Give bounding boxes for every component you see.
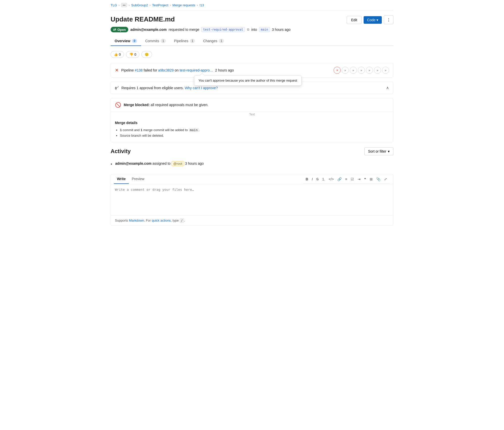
quick-actions-link[interactable]: quick actions bbox=[152, 219, 171, 222]
thumbs-up-icon: 👍 bbox=[114, 53, 118, 56]
thumbs-up-button[interactable]: 👍 0 bbox=[111, 51, 124, 58]
why-cant-i-approve-link[interactable]: Why can't I approve? bbox=[185, 86, 218, 90]
merge-blocked-text: Merge blocked: all required approvals mu… bbox=[124, 103, 208, 107]
code-label: Code bbox=[367, 18, 375, 22]
pipeline-commit-link[interactable]: a9bc3829 bbox=[158, 68, 174, 72]
code-icon[interactable]: </> bbox=[329, 177, 334, 181]
breadcrumb-dots[interactable]: ••• bbox=[121, 3, 127, 7]
breadcrumb: TLG › ••• › SubGroup2 › TestProject › Me… bbox=[111, 0, 393, 10]
bold-icon[interactable]: B bbox=[306, 177, 308, 181]
tab-pipelines-badge: 1 bbox=[190, 39, 195, 43]
activity-header: Activity Sort or filter ▾ bbox=[111, 147, 393, 155]
time-ago: 3 hours ago bbox=[272, 28, 291, 32]
comment-box: Write Preview B I S 1. </> 🔗 ≡ ☑ ⇥ ❝ ⊞ 📎… bbox=[111, 174, 393, 226]
preview-tab[interactable]: Preview bbox=[129, 174, 147, 184]
merge-details-list: 1 commit and 1 merge commit will be adde… bbox=[115, 127, 389, 138]
comment-toolbar: B I S 1. </> 🔗 ≡ ☑ ⇥ ❝ ⊞ 📎 ⤢ bbox=[303, 175, 390, 183]
activity-bullet: • bbox=[111, 162, 112, 167]
comment-tabs: Write Preview B I S 1. </> 🔗 ≡ ☑ ⇥ ❝ ⊞ 📎… bbox=[111, 174, 393, 184]
link-icon[interactable]: 🔗 bbox=[337, 177, 342, 181]
approval-left: 8✓ Requires 1 approval from eligible use… bbox=[115, 86, 218, 90]
requested-to-merge-text: requested to merge bbox=[169, 28, 199, 32]
tab-pipelines-label: Pipelines bbox=[174, 39, 188, 43]
tabs: Overview 0 Commits 1 Pipelines 1 Changes… bbox=[111, 36, 393, 46]
tab-changes[interactable]: Changes 1 bbox=[199, 36, 228, 46]
tab-commits-badge: 1 bbox=[161, 39, 166, 43]
pipeline-left: ✕ Pipeline #138 failed for a9bc3829 on t… bbox=[115, 67, 234, 73]
pipeline-stage-2[interactable]: » bbox=[350, 67, 357, 74]
merge-detail-item-2: Source branch will be deleted. bbox=[120, 133, 389, 138]
slash-code: / bbox=[180, 218, 184, 223]
merge-icon: ⇄ bbox=[113, 28, 116, 32]
activity-list: • admin@example.com assigned to @root 3 … bbox=[111, 159, 393, 169]
pipeline-stages: ✕ » » » » » » bbox=[334, 67, 389, 74]
author-name: admin@example.com bbox=[130, 28, 167, 32]
merge-details: Merge details 1 commit and 1 merge commi… bbox=[111, 117, 393, 142]
pipeline-branch-link[interactable]: test-required-appro… bbox=[180, 68, 213, 72]
text-label: Text bbox=[111, 112, 393, 117]
breadcrumb-subgroup2[interactable]: SubGroup2 bbox=[131, 3, 148, 7]
tab-changes-label: Changes bbox=[203, 39, 217, 43]
chevron-down-icon: ▾ bbox=[376, 18, 378, 22]
markdown-link[interactable]: Markdown bbox=[129, 219, 144, 222]
approval-count: 8✓ bbox=[115, 86, 119, 90]
thumbs-down-count: 0 bbox=[134, 53, 136, 56]
merge-details-title: Merge details bbox=[115, 121, 389, 125]
tab-commits-label: Commits bbox=[145, 39, 159, 43]
collapse-icon[interactable]: ∧ bbox=[386, 85, 389, 90]
tab-pipelines[interactable]: Pipelines 1 bbox=[170, 36, 199, 46]
mention-tag: @root bbox=[171, 161, 184, 166]
thumbs-down-button[interactable]: 👎 0 bbox=[126, 51, 139, 58]
comment-textarea[interactable] bbox=[111, 184, 393, 214]
more-options-button[interactable]: ⋮ bbox=[384, 15, 393, 24]
breadcrumb-mr-number[interactable]: !13 bbox=[199, 3, 204, 7]
pipeline-stage-1[interactable]: » bbox=[342, 67, 349, 74]
activity-time: 3 hours ago bbox=[185, 161, 204, 165]
comment-footer: Supports Markdown. For quick actions, ty… bbox=[111, 215, 393, 225]
pipeline-section: ✕ Pipeline #138 failed for a9bc3829 on t… bbox=[111, 63, 393, 78]
thumbs-up-count: 0 bbox=[119, 53, 121, 56]
checklist-icon[interactable]: ☑ bbox=[351, 177, 354, 181]
merge-blocked-header: 🚫 Merge blocked: all required approvals … bbox=[111, 98, 393, 112]
code-button[interactable]: Code ▾ bbox=[364, 16, 382, 24]
pipeline-stage-fail[interactable]: ✕ bbox=[334, 67, 341, 74]
activity-item: • admin@example.com assigned to @root 3 … bbox=[111, 159, 393, 169]
approve-tooltip: You can't approve because you are the au… bbox=[194, 75, 301, 86]
breadcrumb-testproject[interactable]: TestProject bbox=[152, 3, 168, 7]
attach-icon[interactable]: 📎 bbox=[376, 177, 381, 181]
pipeline-stage-3[interactable]: » bbox=[358, 67, 365, 74]
ordered-list-icon[interactable]: 1. bbox=[322, 177, 325, 181]
emoji-button[interactable]: 🙂 bbox=[141, 51, 152, 58]
breadcrumb-tlg[interactable]: TLG bbox=[111, 3, 117, 7]
mr-header: Update README.md Edit Code ▾ ⋮ bbox=[111, 10, 393, 27]
chevron-down-icon: ▾ bbox=[388, 149, 390, 153]
tab-changes-badge: 1 bbox=[219, 39, 224, 43]
reactions: 👍 0 👎 0 🙂 bbox=[111, 51, 393, 58]
pipeline-link[interactable]: #138 bbox=[135, 68, 143, 72]
pipeline-stage-5[interactable]: » bbox=[374, 67, 381, 74]
pipeline-stage-6[interactable]: » bbox=[382, 67, 389, 74]
edit-button[interactable]: Edit bbox=[347, 16, 361, 24]
status-row: ⇄ Open admin@example.com requested to me… bbox=[111, 27, 393, 36]
activity-username: admin@example.com bbox=[115, 161, 152, 165]
italic-icon[interactable]: I bbox=[312, 177, 313, 181]
blockquote-icon[interactable]: ❝ bbox=[364, 177, 366, 181]
sort-filter-button[interactable]: Sort or filter ▾ bbox=[364, 147, 393, 155]
copy-branch-icon[interactable]: ⧉ bbox=[247, 28, 249, 32]
open-badge: ⇄ Open bbox=[111, 27, 128, 32]
source-branch: test-required-approval bbox=[201, 27, 245, 32]
emoji-icon: 🙂 bbox=[145, 53, 149, 56]
tab-overview[interactable]: Overview 0 bbox=[111, 36, 141, 46]
into-text: into bbox=[251, 28, 257, 32]
pipeline-stage-4[interactable]: » bbox=[366, 67, 373, 74]
breadcrumb-merge-requests[interactable]: Merge requests bbox=[172, 3, 195, 7]
fullscreen-icon[interactable]: ⤢ bbox=[384, 177, 387, 181]
sort-filter-label: Sort or filter bbox=[368, 149, 386, 153]
tab-commits[interactable]: Commits 1 bbox=[141, 36, 170, 46]
strikethrough-icon[interactable]: S bbox=[316, 177, 319, 181]
indent-icon[interactable]: ⇥ bbox=[358, 177, 361, 181]
table-icon[interactable]: ⊞ bbox=[370, 177, 373, 181]
write-tab[interactable]: Write bbox=[114, 174, 129, 184]
bullet-list-icon[interactable]: ≡ bbox=[345, 177, 347, 181]
header-actions: Edit Code ▾ ⋮ bbox=[347, 15, 393, 24]
